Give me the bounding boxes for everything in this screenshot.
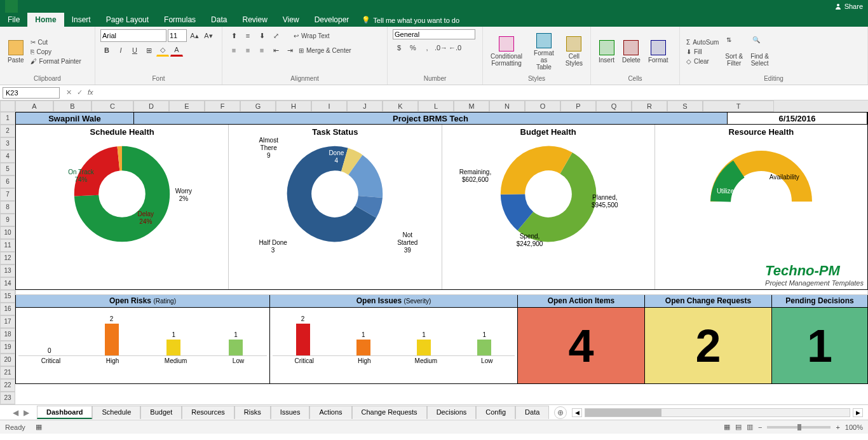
bold-button[interactable]: B bbox=[100, 44, 113, 57]
scroll-right-button[interactable]: ▶ bbox=[853, 408, 863, 417]
sheet-tab-actions[interactable]: Actions bbox=[309, 406, 351, 419]
col-header-C[interactable]: C bbox=[92, 100, 133, 112]
view-page-break-button[interactable]: ▥ bbox=[747, 423, 753, 431]
col-header-J[interactable]: J bbox=[347, 100, 383, 112]
sheet-tab-schedule[interactable]: Schedule bbox=[92, 406, 140, 419]
orientation-button[interactable]: ⤢ bbox=[269, 29, 282, 42]
sheet-nav-prev[interactable]: ◀ bbox=[13, 408, 18, 417]
tab-formulas[interactable]: Formulas bbox=[156, 13, 203, 27]
col-header-F[interactable]: F bbox=[205, 100, 240, 112]
align-center-button[interactable]: ≡ bbox=[241, 44, 254, 57]
col-header-N[interactable]: N bbox=[489, 100, 525, 112]
row-header-22[interactable]: 22 bbox=[0, 379, 15, 392]
cut-button[interactable]: ✂Cut bbox=[29, 38, 83, 46]
col-header-G[interactable]: G bbox=[240, 100, 276, 112]
font-size-select[interactable] bbox=[168, 29, 187, 42]
add-sheet-button[interactable]: ⊕ bbox=[554, 406, 567, 419]
col-header-S[interactable]: S bbox=[667, 100, 703, 112]
row-header-7[interactable]: 7 bbox=[0, 188, 15, 201]
currency-button[interactable]: $ bbox=[393, 41, 405, 54]
clear-button[interactable]: ◇Clear bbox=[685, 57, 720, 65]
row-header-17[interactable]: 17 bbox=[0, 315, 15, 328]
align-right-button[interactable]: ≡ bbox=[255, 44, 268, 57]
fill-button[interactable]: ⬇Fill bbox=[685, 48, 720, 56]
view-normal-button[interactable]: ▦ bbox=[724, 423, 730, 431]
tab-home[interactable]: Home bbox=[27, 13, 64, 27]
format-cells-button[interactable]: Format bbox=[646, 39, 671, 65]
row-header-14[interactable]: 14 bbox=[0, 277, 15, 290]
fill-color-button[interactable]: ◇ bbox=[156, 44, 169, 57]
align-bottom-button[interactable]: ⬇ bbox=[255, 29, 268, 42]
col-header-A[interactable]: A bbox=[15, 100, 53, 112]
row-header-10[interactable]: 10 bbox=[0, 226, 15, 239]
italic-button[interactable]: I bbox=[114, 44, 127, 57]
insert-cells-button[interactable]: Insert bbox=[596, 39, 617, 65]
col-header-I[interactable]: I bbox=[311, 100, 347, 112]
sheet-tab-budget[interactable]: Budget bbox=[140, 406, 182, 419]
col-header-H[interactable]: H bbox=[276, 100, 311, 112]
tab-view[interactable]: View bbox=[275, 13, 307, 27]
tab-page-layout[interactable]: Page Layout bbox=[98, 13, 156, 27]
zoom-in-button[interactable]: + bbox=[836, 423, 839, 431]
increase-font-button[interactable]: A▴ bbox=[188, 29, 201, 42]
sheet-tab-change-requests[interactable]: Change Requests bbox=[352, 406, 427, 419]
col-header-B[interactable]: B bbox=[53, 100, 92, 112]
tab-developer[interactable]: Developer bbox=[307, 13, 357, 27]
enter-formula-icon[interactable]: ✓ bbox=[77, 88, 83, 97]
row-header-8[interactable]: 8 bbox=[0, 201, 15, 214]
sort-filter-button[interactable]: ⇅Sort & Filter bbox=[722, 35, 745, 68]
sheet-tab-data[interactable]: Data bbox=[515, 406, 549, 419]
worksheet[interactable]: ABCDEFGHIJKLMNOPQRST 1234567891011121314… bbox=[0, 100, 868, 404]
select-all-corner[interactable] bbox=[0, 100, 15, 112]
row-header-19[interactable]: 19 bbox=[0, 341, 15, 354]
paste-button[interactable]: Paste bbox=[5, 39, 27, 65]
underline-button[interactable]: U bbox=[128, 44, 141, 57]
row-header-23[interactable]: 23 bbox=[0, 392, 15, 404]
copy-button[interactable]: ⎘Copy bbox=[29, 48, 83, 56]
font-name-select[interactable] bbox=[100, 29, 166, 42]
row-header-6[interactable]: 6 bbox=[0, 175, 15, 188]
row-header-9[interactable]: 9 bbox=[0, 214, 15, 226]
delete-cells-button[interactable]: Delete bbox=[620, 39, 643, 65]
row-header-4[interactable]: 4 bbox=[0, 150, 15, 163]
sheet-tab-issues[interactable]: Issues bbox=[271, 406, 310, 419]
cancel-formula-icon[interactable]: ✕ bbox=[66, 88, 72, 97]
align-left-button[interactable]: ≡ bbox=[227, 44, 240, 57]
cell-styles-button[interactable]: Cell Styles bbox=[563, 35, 585, 68]
macro-record-icon[interactable]: ▦ bbox=[36, 423, 42, 431]
formula-input[interactable] bbox=[107, 88, 868, 98]
row-header-20[interactable]: 20 bbox=[0, 354, 15, 366]
row-header-15[interactable]: 15 bbox=[0, 290, 15, 303]
tab-review[interactable]: Review bbox=[234, 13, 275, 27]
row-header-12[interactable]: 12 bbox=[0, 252, 15, 265]
sheet-tab-dashboard[interactable]: Dashboard bbox=[37, 406, 92, 419]
tab-data[interactable]: Data bbox=[203, 13, 234, 27]
col-header-K[interactable]: K bbox=[383, 100, 418, 112]
sheet-tab-risks[interactable]: Risks bbox=[234, 406, 271, 419]
row-header-13[interactable]: 13 bbox=[0, 265, 15, 277]
col-header-Q[interactable]: Q bbox=[596, 100, 632, 112]
percent-button[interactable]: % bbox=[407, 41, 419, 54]
zoom-level[interactable]: 100% bbox=[845, 423, 863, 431]
sheet-tab-config[interactable]: Config bbox=[476, 406, 515, 419]
number-format-select[interactable] bbox=[393, 29, 475, 39]
row-header-16[interactable]: 16 bbox=[0, 303, 15, 315]
increase-decimal-button[interactable]: .0→ bbox=[435, 41, 447, 54]
row-header-1[interactable]: 1 bbox=[0, 112, 15, 125]
col-header-L[interactable]: L bbox=[418, 100, 454, 112]
zoom-out-button[interactable]: − bbox=[758, 423, 762, 431]
format-as-table-button[interactable]: Format as Table bbox=[527, 32, 560, 72]
cells-area[interactable]: Swapnil Wale Project BRMS Tech 6/15/2016… bbox=[15, 112, 868, 384]
view-page-layout-button[interactable]: ▤ bbox=[735, 423, 742, 431]
col-header-M[interactable]: M bbox=[454, 100, 489, 112]
decrease-indent-button[interactable]: ⇤ bbox=[269, 44, 282, 57]
row-header-18[interactable]: 18 bbox=[0, 328, 15, 341]
comma-button[interactable]: , bbox=[421, 41, 433, 54]
col-header-D[interactable]: D bbox=[133, 100, 169, 112]
fx-icon[interactable]: fx bbox=[88, 88, 100, 97]
decrease-font-button[interactable]: A▾ bbox=[202, 29, 215, 42]
border-button[interactable]: ⊞ bbox=[142, 44, 155, 57]
row-header-11[interactable]: 11 bbox=[0, 239, 15, 252]
row-header-2[interactable]: 2 bbox=[0, 125, 15, 137]
col-header-T[interactable]: T bbox=[703, 100, 774, 112]
